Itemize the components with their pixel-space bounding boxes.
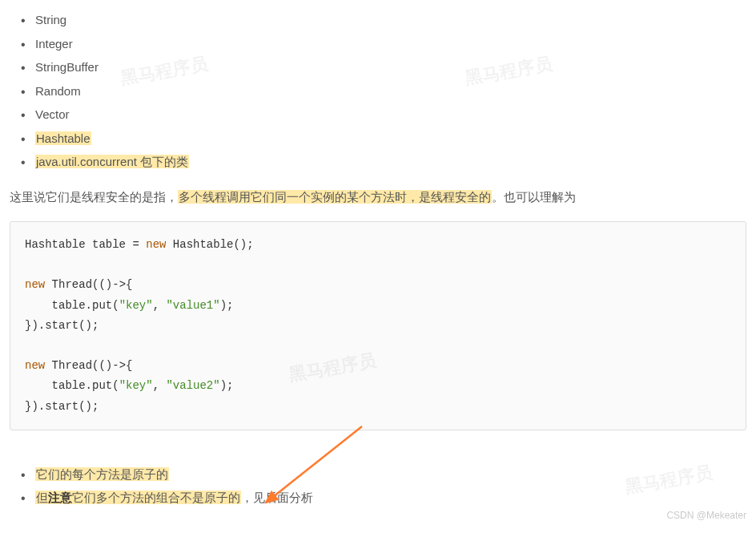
bottom-bullet-list: 它们的每个方法是原子的 但注意它们多个方法的组合不是原子的，见后面分析 [10,462,746,510]
list-item-text: StringBuffer [35,60,99,74]
code-text: , [153,379,167,392]
code-text: table.put( [25,299,119,312]
paragraph-thread-safe: 这里说它们是线程安全的是指，多个线程调用它们同一个实例的某个方法时，是线程安全的… [10,187,746,208]
list-item: 它们的每个方法是原子的 [35,462,746,487]
list-item: Vector [35,103,746,127]
code-text: ); [220,299,234,312]
list-item: Integer [35,32,746,56]
item2-post: ，见后面分析 [241,491,313,504]
code-string: "key" [119,299,153,312]
code-string: "key" [119,379,153,392]
list-item-text: String [35,13,66,26]
code-text: }).start(); [25,400,99,413]
code-text: , [153,299,167,312]
item2-bold: 注意 [48,491,72,504]
code-string: "value2" [166,379,219,392]
code-text: table.put( [25,379,119,392]
code-text: ); [220,379,234,392]
list-item: java.util.concurrent 包下的类 [35,150,746,174]
list-item: String [35,8,746,32]
code-text: Hashtable table = [25,238,146,251]
list-item: 但注意它们多个方法的组合不是原子的，见后面分析 [35,486,746,510]
top-bullet-list: String Integer StringBuffer Random Vecto… [10,8,746,174]
item2-rest: 它们多个方法的组合不是原子的 [72,491,240,504]
code-text: Thread(()->{ [45,278,132,291]
list-item: Random [35,79,746,103]
code-string: "value1" [166,299,219,312]
list-item-highlight: 它们的每个方法是原子的 [35,467,169,481]
footer-watermark: CSDN @Mekeater [666,507,746,523]
code-text: Thread(()->{ [45,359,132,372]
list-item-highlight: 但注意它们多个方法的组合不是原子的 [35,491,241,504]
code-block: Hashtable table = new Hashtable(); new T… [10,221,746,430]
code-text: }).start(); [25,319,99,332]
code-keyword: new [25,278,45,291]
para-post: 。也可以理解为 [492,190,576,204]
code-keyword: new [25,359,45,372]
list-item-text: Vector [35,107,70,121]
code-text: Hashtable(); [166,238,253,251]
list-item-text: Hashtable [35,131,91,145]
list-item-text: Integer [35,37,73,50]
code-keyword: new [146,238,166,251]
para-pre: 这里说它们是线程安全的是指， [10,190,178,204]
list-item-text: Random [35,84,81,98]
list-item: Hashtable [35,127,746,151]
list-item: StringBuffer [35,55,746,79]
list-item-text: java.util.concurrent 包下的类 [35,155,189,168]
item2-pre: 但 [36,491,48,504]
para-highlight: 多个线程调用它们同一个实例的某个方法时，是线程安全的 [178,190,492,204]
